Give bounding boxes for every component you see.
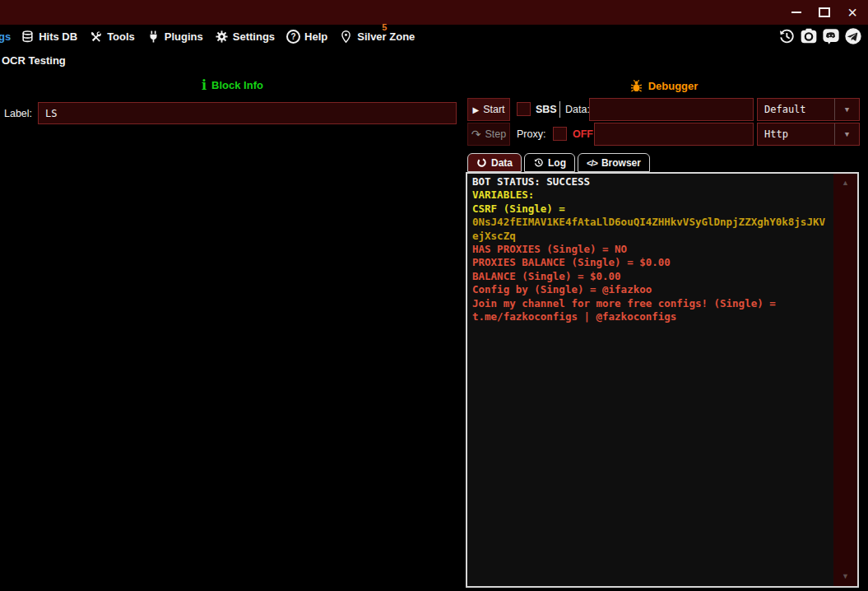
log-line: BOT STATUS: SUCCESS <box>472 175 829 188</box>
close-button[interactable]: × <box>838 0 866 25</box>
telegram-icon[interactable] <box>844 27 862 45</box>
menubar-right-icons <box>777 27 868 45</box>
proxy-label: Proxy: <box>517 128 545 140</box>
log-line: VARIABLES: <box>472 188 829 202</box>
tab-label: Data <box>491 157 513 169</box>
log-output: BOT STATUS: SUCCESSVARIABLES:CSRF (Singl… <box>472 175 829 584</box>
sbs-checkbox[interactable] <box>517 102 531 116</box>
menu-item-label: Silver Zone <box>357 30 415 43</box>
screenshot-icon[interactable] <box>800 27 818 45</box>
close-icon: × <box>847 4 857 21</box>
code-icon: </> <box>587 158 597 168</box>
titlebar: × <box>0 0 868 25</box>
proxy-type-value: Http <box>764 128 788 140</box>
menu-item-hits-db[interactable]: Hits DB <box>21 30 77 44</box>
minimize-button[interactable] <box>782 0 810 25</box>
window-controls: × <box>782 0 866 25</box>
start-button-label: Start <box>483 104 504 115</box>
label-caption: Label: <box>4 108 38 119</box>
data-label: Data: <box>565 104 590 115</box>
log-line: Join my channel for more free configs! (… <box>472 297 829 324</box>
step-button[interactable]: ↷ Step <box>467 123 510 146</box>
log-panel: BOT STATUS: SUCCESSVARIABLES:CSRF (Singl… <box>466 172 859 588</box>
debugger-title: Debugger <box>648 80 699 92</box>
block-info-title: Block Info <box>211 79 263 91</box>
wordlist-type-dropdown[interactable]: Default ▼ <box>757 98 860 121</box>
tab-browser[interactable]: </> Browser <box>578 153 650 172</box>
step-button-label: Step <box>485 128 507 140</box>
scroll-up-icon[interactable]: ▲ <box>842 179 849 187</box>
menu-item-plugins[interactable]: Plugins <box>146 30 203 44</box>
divider <box>559 101 560 118</box>
proxy-type-dropdown[interactable]: Http ▼ <box>757 123 860 146</box>
menu-item-label: Hits DB <box>39 30 77 43</box>
scroll-down-icon[interactable]: ▼ <box>842 573 849 580</box>
block-info-panel: i Block Info Label: <box>0 74 465 124</box>
discord-icon[interactable] <box>822 27 840 45</box>
play-icon: ▶ <box>472 105 479 114</box>
menu-item-help[interactable]: ? Help <box>286 30 327 44</box>
tab-label: Log <box>548 157 566 169</box>
plug-icon <box>146 30 160 44</box>
tab-data[interactable]: Data <box>467 153 522 172</box>
app-window: × gs Hits DB Tools Pl <box>0 0 868 591</box>
maximize-icon <box>819 7 830 17</box>
notification-badge: 5 <box>382 22 387 32</box>
location-pin-icon <box>339 30 353 44</box>
gear-icon <box>215 30 229 44</box>
menu-item-label: Tools <box>107 30 135 43</box>
menu-item-tools[interactable]: Tools <box>89 30 135 44</box>
scrollbar[interactable]: ▲ ▼ <box>833 174 857 586</box>
ring-icon <box>476 157 487 168</box>
help-icon: ? <box>286 30 300 44</box>
label-input[interactable] <box>38 102 457 124</box>
menu-item-label: Settings <box>233 30 275 43</box>
debugger-tabs: Data Log </> Browser <box>467 153 650 172</box>
sbs-label: SBS <box>536 104 557 115</box>
history-icon <box>533 157 544 168</box>
start-button[interactable]: ▶ Start <box>467 98 510 121</box>
menu-item-label: Plugins <box>165 30 203 43</box>
menu-item-silver-zone[interactable]: Silver Zone 5 <box>339 30 415 44</box>
tab-label: Browser <box>601 157 641 169</box>
chevron-down-icon: ▼ <box>834 123 859 145</box>
tab-log[interactable]: Log <box>524 153 575 172</box>
log-line: CSRF (Single) = 0NsJ42fEIMAV1KE4fAtaLlD6… <box>472 202 829 243</box>
chevron-down-icon: ▼ <box>834 99 859 120</box>
block-info-header: i Block Info <box>0 79 465 91</box>
log-line: Config by (Single) = @ifazkoo <box>472 283 829 296</box>
menu-item-settings[interactable]: Settings <box>215 30 275 44</box>
menu-item-label: Help <box>304 30 327 43</box>
database-icon <box>21 30 35 44</box>
proxy-checkbox[interactable] <box>553 127 567 141</box>
maximize-button[interactable] <box>810 0 838 25</box>
minimize-icon <box>791 12 801 13</box>
tools-icon <box>89 30 103 44</box>
data-input[interactable] <box>589 98 754 121</box>
proxy-input[interactable] <box>594 123 754 146</box>
menubar: gs Hits DB Tools Plugins <box>0 25 868 48</box>
menu-item-configs-partial[interactable]: gs <box>0 30 11 43</box>
info-icon: i <box>202 81 207 91</box>
log-line: BALANCE (Single) = $0.00 <box>472 270 829 283</box>
debugger-panel: Debugger ▶ Start ↷ Step SBS Data: Defaul… <box>466 74 861 591</box>
bug-icon <box>629 79 643 93</box>
history-icon[interactable] <box>777 27 796 45</box>
page-title: OCR Testing <box>2 54 66 67</box>
label-row: Label: <box>0 102 465 124</box>
step-arrow-icon: ↷ <box>471 128 481 140</box>
proxy-status: OFF <box>573 128 593 140</box>
wordlist-type-value: Default <box>764 104 806 115</box>
log-line: HAS PROXIES (Single) = NO <box>472 243 829 256</box>
debugger-header: Debugger <box>466 79 861 93</box>
log-line: PROXIES BALANCE (Single) = $0.00 <box>472 256 829 269</box>
